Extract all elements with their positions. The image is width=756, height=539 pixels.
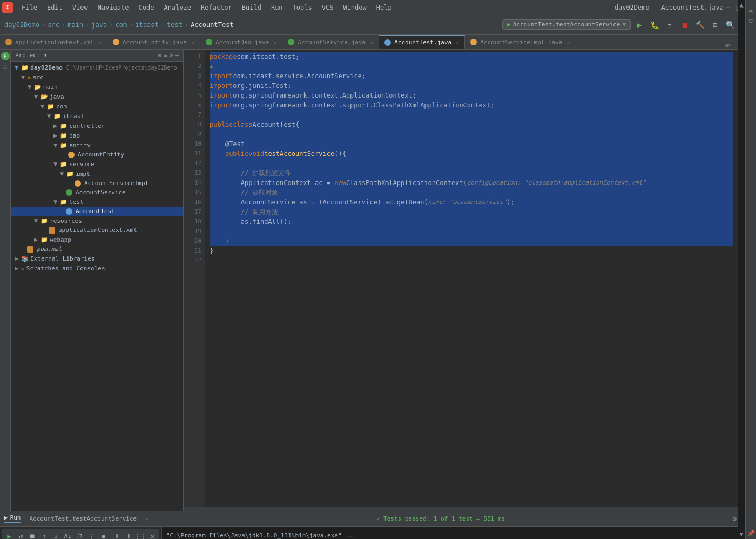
menu-file[interactable]: File bbox=[17, 3, 42, 12]
debug-button[interactable]: 🐛 bbox=[648, 18, 661, 31]
tab-close-icon[interactable]: ✕ bbox=[273, 39, 276, 45]
tree-item-java[interactable]: ▼ 📂 java bbox=[11, 92, 183, 101]
code-line-1[interactable]: package com.itcast.test; bbox=[210, 52, 733, 62]
stop-run-button[interactable]: ⏹ bbox=[28, 531, 38, 540]
menu-tools[interactable]: Tools bbox=[288, 3, 316, 12]
code-line-20[interactable]: } bbox=[210, 236, 733, 246]
project-collapse-icon[interactable]: ≡ bbox=[164, 52, 167, 59]
menu-refactor[interactable]: Refactor bbox=[197, 3, 237, 12]
filter-button[interactable]: ≡ bbox=[98, 531, 108, 540]
stop-button[interactable]: ■ bbox=[678, 18, 691, 31]
menu-build[interactable]: Build bbox=[238, 3, 266, 12]
tree-item-accountserviceimpl[interactable]: AccountServiceImpl bbox=[11, 179, 183, 188]
code-line-5[interactable]: import org.springframework.context.Appli… bbox=[210, 91, 733, 100]
rerun-failed-button[interactable]: ↺ bbox=[16, 531, 26, 540]
prev-fail-button[interactable]: ↑ bbox=[39, 531, 49, 540]
bookmark-button[interactable]: ⊞ bbox=[708, 18, 721, 31]
code-line-10[interactable]: @Test bbox=[210, 139, 733, 149]
rerun-button[interactable]: ▶ bbox=[4, 531, 14, 540]
tab-close-icon[interactable]: ✕ bbox=[567, 39, 570, 45]
code-line-15[interactable]: // 获取对象 bbox=[210, 188, 733, 197]
scroll-down-icon[interactable]: ▼ bbox=[739, 530, 743, 538]
tree-item-com[interactable]: ▼ 📁 com bbox=[11, 101, 183, 111]
code-line-14[interactable]: ApplicationContext ac = new ClassPathXml… bbox=[210, 178, 733, 188]
tree-item-src[interactable]: ▼ ▶ src bbox=[11, 72, 183, 82]
menu-window[interactable]: Window bbox=[339, 3, 370, 12]
tree-item-test[interactable]: ▼ 📁 test bbox=[11, 197, 183, 207]
scroll-down-button[interactable]: ⬇ bbox=[124, 531, 134, 540]
tree-item-accounttest[interactable]: AccountTest bbox=[11, 207, 183, 216]
tree-item-scratches[interactable]: ▶ ✏ Scratches and Consoles bbox=[11, 263, 183, 273]
tree-item-pom[interactable]: pom.xml bbox=[11, 244, 183, 254]
code-line-4[interactable]: import org.junit.Test; bbox=[210, 81, 733, 91]
tree-item-controller[interactable]: ▶ 📁 controller bbox=[11, 121, 183, 131]
code-line-22[interactable] bbox=[210, 256, 733, 265]
breadcrumb-class[interactable]: AccountTest bbox=[191, 21, 233, 29]
code-line-21[interactable]: } bbox=[210, 246, 733, 256]
sort-duration-button[interactable]: ⏱ bbox=[75, 531, 85, 540]
sort-alpha-button[interactable]: A↓ bbox=[63, 531, 73, 540]
menu-vcs[interactable]: VCS bbox=[318, 3, 338, 12]
code-line-3[interactable]: import com.itcast.service.AccountService… bbox=[210, 71, 733, 81]
menu-view[interactable]: View bbox=[68, 3, 92, 12]
menu-edit[interactable]: Edit bbox=[43, 3, 67, 12]
code-line-16[interactable]: AccountService as = (AccountService) ac.… bbox=[210, 197, 733, 207]
tab-close-icon[interactable]: ✕ bbox=[456, 39, 459, 45]
run-close-button[interactable]: ✕ bbox=[147, 531, 157, 540]
code-line-11[interactable]: public void testAccountService(){ bbox=[210, 149, 733, 159]
run-config-selector[interactable]: ▶ AccountTest.testAccountService ▼ bbox=[502, 19, 631, 30]
tree-item-accountservice[interactable]: AccountService bbox=[11, 188, 183, 197]
breadcrumb-test[interactable]: test bbox=[167, 21, 183, 29]
menu-code[interactable]: Code bbox=[134, 3, 159, 12]
project-minimize-icon[interactable]: ─ bbox=[175, 52, 179, 59]
tab-accountserviceimpl[interactable]: AccountServiceImpl.java ✕ bbox=[465, 35, 576, 49]
tree-item-appcontext-xml[interactable]: applicationContext.xml bbox=[11, 226, 183, 235]
menu-help[interactable]: Help bbox=[372, 3, 396, 12]
run-more-button[interactable]: ⋮⋮ bbox=[136, 531, 145, 540]
code-area[interactable]: package com.itcast.test; ⚠ import com.it… bbox=[205, 50, 738, 507]
build-button[interactable]: 🔨 bbox=[693, 18, 706, 31]
tree-item-itcast[interactable]: ▼ 📁 itcast bbox=[11, 111, 183, 121]
expand-button[interactable]: ⋮ bbox=[86, 531, 96, 540]
code-line-18[interactable]: as.findAll(); bbox=[210, 217, 733, 227]
tab-close-icon[interactable]: ✕ bbox=[370, 39, 373, 45]
tab-close-icon[interactable]: ✕ bbox=[191, 39, 194, 45]
tree-item-entity[interactable]: ▼ 📁 entity bbox=[11, 140, 183, 150]
breadcrumb-project[interactable]: day02Demo bbox=[4, 21, 39, 29]
code-line-6[interactable]: import org.springframework.context.suppo… bbox=[210, 100, 733, 110]
tree-item-day02demo[interactable]: ▼ 📁 day02Demo C:\Users\HP\IdeaProjects\d… bbox=[11, 63, 183, 72]
editor-hscroll[interactable] bbox=[184, 507, 745, 511]
code-line-8[interactable]: public class AccountTest { bbox=[210, 120, 733, 129]
code-line-9[interactable] bbox=[210, 129, 733, 139]
next-fail-button[interactable]: ↓ bbox=[51, 531, 61, 540]
menu-navigate[interactable]: Navigate bbox=[93, 3, 133, 12]
console-scrollbar[interactable]: ▲ ▼ bbox=[738, 527, 745, 539]
code-line-12[interactable] bbox=[210, 159, 733, 168]
structure-icon[interactable]: ≡ bbox=[3, 63, 7, 71]
project-settings-icon[interactable]: ⚙ bbox=[170, 52, 173, 59]
search-everywhere-button[interactable]: 🔍 bbox=[724, 18, 737, 31]
tree-item-accountentity[interactable]: AccountEntity bbox=[11, 150, 183, 159]
tree-item-dao[interactable]: ▶ 📁 dao bbox=[11, 131, 183, 140]
menu-run[interactable]: Run bbox=[267, 3, 287, 12]
breadcrumb-itcast[interactable]: itcast bbox=[135, 21, 158, 29]
code-line-13[interactable]: // 加载配置文件 bbox=[210, 168, 733, 178]
minimize-button[interactable]: ─ bbox=[724, 3, 732, 12]
tab-accountentity[interactable]: AccountEntity.java ✕ bbox=[107, 35, 200, 49]
breadcrumb-com[interactable]: com bbox=[115, 21, 127, 29]
menu-analyze[interactable]: Analyze bbox=[159, 3, 195, 12]
tree-item-main[interactable]: ▼ 📂 main bbox=[11, 82, 183, 92]
code-line-17[interactable]: // 调用方法 bbox=[210, 207, 733, 217]
code-line-2[interactable]: ⚠ bbox=[210, 62, 733, 71]
breadcrumb-main[interactable]: main bbox=[68, 21, 83, 29]
coverage-button[interactable]: ☂ bbox=[663, 18, 676, 31]
tab-applicationcontext[interactable]: applicationContext.xml ✕ bbox=[0, 35, 107, 49]
console-pin-icon[interactable]: 📌 bbox=[747, 530, 755, 537]
code-line-19[interactable] bbox=[210, 227, 733, 236]
scroll-up-button[interactable]: ⬆ bbox=[112, 531, 122, 540]
tree-item-resources[interactable]: ▼ 📁 resources bbox=[11, 216, 183, 226]
tab-close-icon[interactable]: ✕ bbox=[98, 39, 102, 45]
breadcrumb-src[interactable]: src bbox=[48, 21, 59, 29]
project-icon[interactable]: P bbox=[1, 52, 10, 60]
tab-accountdao[interactable]: AccountDao.java ✕ bbox=[200, 35, 282, 49]
